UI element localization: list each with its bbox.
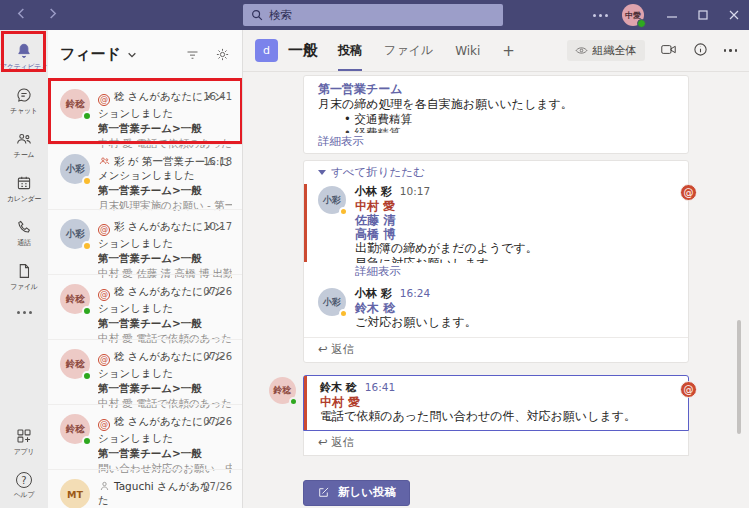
message-time: 10:17	[400, 184, 430, 198]
rail-item-help[interactable]: ヘルプ	[0, 464, 48, 508]
chevron-down-icon	[318, 170, 326, 175]
feed-item[interactable]: MT Taguchi さんがあなた 07/26	[48, 469, 242, 508]
thread-post-new[interactable]: 鈴稔 鈴木 稔16:41 中村 愛 電話で依頼のあった問い合わせの件、対応お願い…	[303, 375, 689, 456]
search-input[interactable]	[269, 8, 495, 22]
avatar: 鈴稔	[269, 377, 296, 404]
org-wide-badge[interactable]: 組織全体	[567, 40, 645, 61]
close-button[interactable]	[718, 0, 749, 30]
minimize-button[interactable]	[656, 0, 687, 30]
file-icon	[15, 262, 33, 280]
user-avatar[interactable]: 中愛	[622, 4, 644, 26]
maximize-button[interactable]	[687, 0, 718, 30]
feed-item-time: 16:18	[203, 156, 232, 167]
feed-item-channel: 第一営業チーム>一般	[98, 382, 232, 396]
presence-away-icon	[82, 176, 92, 186]
bell-icon	[15, 42, 33, 60]
presence-away-icon	[339, 309, 348, 318]
reply-link[interactable]: 返信	[304, 337, 688, 362]
team-mention-icon	[98, 155, 111, 167]
forward-icon[interactable]	[47, 8, 58, 22]
org-wide-label: 組織全体	[593, 43, 637, 58]
presence-available-icon	[82, 111, 92, 121]
show-more-link[interactable]: 詳細表示	[355, 264, 538, 279]
feed-item-channel: 第一営業チーム>一般	[98, 252, 232, 266]
presence-available-icon	[82, 371, 92, 381]
feed-item-time: 10:17	[203, 221, 232, 232]
tab-posts[interactable]: 投稿	[338, 30, 362, 71]
rail-label-apps: アプリ	[14, 447, 35, 457]
filter-icon[interactable]	[185, 47, 200, 62]
back-icon[interactable]	[16, 8, 27, 22]
rail-more-icon[interactable]	[17, 299, 32, 325]
settings-gear-icon[interactable]	[215, 47, 230, 62]
channel-more-icon[interactable]	[724, 49, 738, 52]
team-avatar[interactable]: d	[255, 39, 278, 62]
feed-panel: フィード 鈴稔 稔 さんがあなたにメンションしました 第一営業チーム>一般 中村…	[48, 30, 243, 508]
mention-link-self[interactable]: 中村 愛	[355, 199, 538, 213]
titlebar-right: 中愛	[593, 0, 749, 30]
channel-header: d 一般 投稿 ファイル Wiki + 組織全体	[243, 30, 749, 72]
rail-item-files[interactable]: ファイル	[0, 255, 48, 299]
presence-away-icon	[82, 241, 92, 251]
collapse-all-link[interactable]: すべて折りたたむ	[304, 161, 688, 182]
titlebar-more-icon[interactable]	[593, 14, 608, 17]
chat-icon	[15, 86, 33, 104]
message-body: 電話で依頼のあった問い合わせの件、対応お願いします。	[320, 409, 674, 424]
rail-label-activity: アクティビティ	[0, 62, 48, 72]
message-time: 16:41	[365, 380, 395, 394]
mention-link[interactable]: 佐藤 清	[355, 213, 538, 227]
rail-item-chat[interactable]: チャット	[0, 79, 48, 123]
message-author[interactable]: 小林 彩	[355, 185, 392, 199]
message[interactable]: 小彩 小林 彩16:24 鈴木 稔 ご対応お願いします。	[304, 281, 688, 337]
teams-icon	[15, 130, 33, 148]
thread-post[interactable]: 第一営業チーム 月末の締め処理を各自実施お願いいたします。 交通費精算 経費精算…	[303, 75, 689, 154]
rail-label-calls: 通話	[17, 238, 30, 248]
new-post-label: 新しい投稿	[338, 485, 396, 500]
at-mention-icon	[98, 224, 110, 236]
presence-available-icon	[289, 397, 298, 406]
feed-item-time: 16:41	[203, 91, 232, 102]
reply-link[interactable]: 返信	[303, 431, 689, 456]
message-author[interactable]: 小林 彩	[355, 287, 392, 301]
mention-link[interactable]: 高橋 博	[355, 227, 538, 241]
rail-item-calls[interactable]: 通話	[0, 211, 48, 255]
rail-item-calendar[interactable]: カレンダー	[0, 167, 48, 211]
mention-link-self[interactable]: 中村 愛	[320, 395, 674, 409]
chevron-down-icon[interactable]	[121, 46, 137, 63]
new-post-button[interactable]: 新しい投稿	[303, 480, 410, 506]
feed-item-time: 07/26	[203, 416, 232, 427]
show-more-link[interactable]: 詳細表示	[318, 134, 674, 149]
message-author[interactable]: 鈴木 稔	[320, 381, 357, 395]
rail-item-teams[interactable]: チーム	[0, 123, 48, 167]
search-icon	[251, 9, 263, 21]
message-highlighted[interactable]: 鈴木 稔16:41 中村 愛 電話で依頼のあった問い合わせの件、対応お願いします…	[303, 375, 689, 431]
feed-item[interactable]: 鈴稔 稔 さんがあなたにメンションしました 第一営業チーム>一般 中村 愛 電話…	[48, 274, 242, 339]
team-mention-link[interactable]: 第一営業チーム	[318, 82, 674, 97]
feed-item[interactable]: 鈴稔 稔 さんがあなたにメンションしました 第一営業チーム>一般 中村 愛 電話…	[48, 339, 242, 404]
scrollbar-thumb[interactable]	[737, 320, 741, 434]
channel-info-icon[interactable]	[692, 42, 709, 60]
presence-available-icon	[82, 306, 92, 316]
meet-camera-icon[interactable]	[660, 42, 677, 60]
avatar: 鈴稔	[60, 414, 90, 444]
add-tab-button[interactable]: +	[502, 42, 515, 60]
feed-item[interactable]: 小彩 彩 が 第一営業チーム にメンションしました 第一営業チーム>一般 月末処…	[48, 144, 242, 209]
rail-item-apps[interactable]: アプリ	[0, 420, 48, 464]
tab-files[interactable]: ファイル	[384, 30, 433, 71]
channel-tabs: 投稿 ファイル Wiki +	[338, 30, 515, 71]
tab-wiki[interactable]: Wiki	[455, 30, 480, 71]
search-box[interactable]	[243, 4, 503, 26]
feed-item-channel: 第一営業チーム>一般	[98, 184, 232, 198]
bullet-item-clipped: 経費精算	[318, 126, 674, 133]
rail-item-activity[interactable]: アクティビティ	[0, 35, 48, 79]
message[interactable]: 小彩 小林 彩10:17 中村 愛 佐藤 清 高橋 博 出勤簿の締めがまだのよう…	[304, 182, 688, 281]
mention-link[interactable]: 鈴木 稔	[355, 301, 477, 315]
thread-post[interactable]: すべて折りたたむ 小彩 小林 彩10:17 中村 愛 佐藤 清 高橋 博 出勤簿…	[303, 160, 689, 363]
rail-label-help: ヘルプ	[14, 490, 35, 500]
feed-item[interactable]: 小彩 彩 さんがあなたにメンションしました 第一営業チーム>一般 中村 愛 佐藤…	[48, 209, 242, 274]
feed-item[interactable]: 鈴稔 稔 さんがあなたにメンションしました 第一営業チーム>一般 問い合わせ対応…	[48, 404, 242, 469]
feed-item[interactable]: 鈴稔 稔 さんがあなたにメンションしました 第一営業チーム>一般 中村 愛 電話…	[48, 79, 242, 144]
avatar: 小彩	[318, 288, 346, 316]
nav-arrows	[16, 8, 58, 22]
rail-label-calendar: カレンダー	[7, 194, 41, 204]
